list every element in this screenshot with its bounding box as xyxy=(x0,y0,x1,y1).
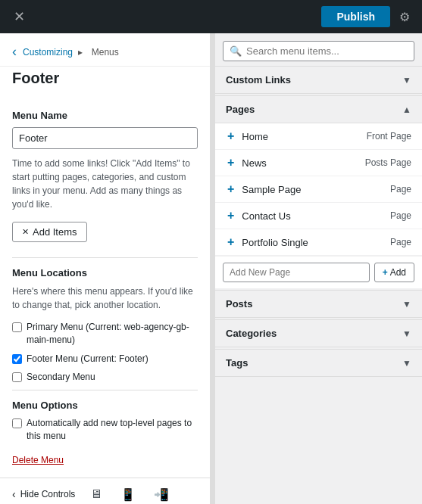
add-home-button[interactable]: + xyxy=(226,129,236,143)
secondary-menu-label: Secondary Menu xyxy=(27,371,95,384)
tablet-icon: 📱 xyxy=(120,488,136,501)
back-nav: ‹ Customizing ▸ Menus xyxy=(0,33,210,67)
categories-title: Categories xyxy=(226,328,277,339)
left-panel: ‹ Customizing ▸ Menus Footer Menu Name T… xyxy=(0,33,211,504)
primary-menu-label: Primary Menu (Current: web-agency-gb-mai… xyxy=(27,321,198,347)
breadcrumb-customizing-link[interactable]: Customizing xyxy=(23,47,73,58)
pages-header[interactable]: Pages ▲ xyxy=(215,95,422,123)
chevron-down-icon: ▼ xyxy=(402,328,411,339)
checkbox-footer: Footer Menu (Current: Footer) xyxy=(12,353,198,366)
secondary-menu-checkbox[interactable] xyxy=(12,372,22,382)
custom-links-section: Custom Links ▼ xyxy=(215,66,422,94)
add-contact-button[interactable]: + xyxy=(226,209,236,222)
menu-name-input[interactable] xyxy=(12,127,198,149)
checkbox-primary: Primary Menu (Current: web-agency-gb-mai… xyxy=(12,321,198,347)
back-button[interactable]: ‹ xyxy=(12,44,17,60)
plus-icon: + xyxy=(383,267,388,278)
pages-title: Pages xyxy=(226,104,255,115)
tags-section: Tags ▼ xyxy=(215,349,422,377)
main-layout: ‹ Customizing ▸ Menus Footer Menu Name T… xyxy=(0,33,422,504)
page-type: Posts Page xyxy=(365,157,411,168)
page-type: Front Page xyxy=(367,131,411,142)
auto-add-checkbox[interactable] xyxy=(12,418,22,428)
posts-section: Posts ▼ xyxy=(215,290,422,318)
tablet-icon-button[interactable]: 📱 xyxy=(117,486,139,503)
posts-title: Posts xyxy=(226,298,252,310)
page-name: Portfolio Single xyxy=(242,237,390,248)
add-news-button[interactable]: + xyxy=(226,156,236,170)
helper-text: Time to add some links! Click "Add Items… xyxy=(12,157,198,211)
list-item: + News Posts Page xyxy=(215,150,422,176)
mobile-icon-button[interactable]: 📲 xyxy=(151,486,172,503)
add-portfolio-button[interactable]: + xyxy=(226,235,236,249)
mobile-icon: 📲 xyxy=(154,488,169,501)
add-items-label: Add Items xyxy=(33,226,77,238)
tags-header[interactable]: Tags ▼ xyxy=(215,349,422,377)
breadcrumb-current: Menus xyxy=(92,47,119,58)
categories-section: Categories ▼ xyxy=(215,319,422,347)
add-items-button[interactable]: ✕ Add Items xyxy=(12,222,87,242)
gear-icon: ⚙ xyxy=(399,11,410,23)
desktop-icon: 🖥 xyxy=(90,487,102,500)
checkbox-secondary: Secondary Menu xyxy=(12,371,198,384)
panel-content: Menu Name Time to add some links! Click … xyxy=(0,98,210,478)
publish-button[interactable]: Publish xyxy=(321,6,390,27)
list-item: + Contact Us Page xyxy=(215,203,422,229)
page-name: Home xyxy=(242,131,366,142)
divider-2 xyxy=(12,390,198,390)
auto-add-row: Automatically add new top-level pages to… xyxy=(12,417,198,443)
desktop-icon-button[interactable]: 🖥 xyxy=(87,486,105,502)
gear-button[interactable]: ⚙ xyxy=(395,7,414,27)
menu-locations-desc: Here's where this menu appears. If you'd… xyxy=(12,285,198,312)
close-button[interactable]: ✕ xyxy=(8,5,31,28)
add-new-page-input[interactable] xyxy=(223,263,370,282)
tags-title: Tags xyxy=(226,357,248,369)
page-name: Contact Us xyxy=(242,210,390,222)
primary-menu-checkbox[interactable] xyxy=(12,322,22,332)
list-item: + Home Front Page xyxy=(215,123,422,150)
search-bar: 🔍 xyxy=(215,33,422,66)
search-wrapper: 🔍 xyxy=(223,41,414,61)
page-type: Page xyxy=(390,210,411,221)
categories-header[interactable]: Categories ▼ xyxy=(215,319,422,347)
divider-1 xyxy=(12,257,198,258)
pages-body: + Home Front Page + News Posts Page + Sa… xyxy=(215,123,422,288)
page-name: News xyxy=(242,157,364,169)
add-new-page-row: + Add xyxy=(215,256,422,288)
chevron-down-icon: ▼ xyxy=(402,358,411,369)
add-new-btn-label: Add xyxy=(390,267,406,278)
custom-links-title: Custom Links xyxy=(226,74,291,86)
footer-menu-checkbox[interactable] xyxy=(12,354,22,364)
search-icon: 🔍 xyxy=(230,45,242,57)
hide-controls-button[interactable]: ‹ Hide Controls xyxy=(12,488,75,500)
top-bar: ✕ Publish ⚙ xyxy=(0,0,422,33)
add-sample-page-button[interactable]: + xyxy=(226,182,236,196)
posts-header[interactable]: Posts ▼ xyxy=(215,290,422,318)
chevron-down-icon: ▼ xyxy=(402,299,411,310)
breadcrumb-separator: ▸ xyxy=(78,47,83,58)
right-panel: 🔍 Custom Links ▼ Pages ▲ + Home Front Pa… xyxy=(215,33,422,504)
page-type: Page xyxy=(390,237,411,247)
hide-controls-label: Hide Controls xyxy=(20,489,76,499)
list-item: + Sample Page Page xyxy=(215,176,422,203)
add-new-page-button[interactable]: + Add xyxy=(374,263,414,282)
bottom-bar: ‹ Hide Controls 🖥 📱 📲 xyxy=(0,478,210,504)
page-type: Page xyxy=(390,184,411,194)
chevron-left-icon: ‹ xyxy=(12,488,16,500)
list-item: + Portfolio Single Page xyxy=(215,229,422,256)
chevron-up-icon: ▲ xyxy=(402,104,411,115)
chevron-down-icon: ▼ xyxy=(402,75,411,86)
pages-section: Pages ▲ + Home Front Page + News Posts P… xyxy=(215,95,422,288)
menu-options-heading: Menu Options xyxy=(12,400,198,411)
menu-name-label: Menu Name xyxy=(12,110,198,121)
page-name: Sample Page xyxy=(242,184,390,195)
footer-menu-label: Footer Menu (Current: Footer) xyxy=(27,353,148,366)
auto-add-label: Automatically add new top-level pages to… xyxy=(27,417,198,443)
plus-icon: ✕ xyxy=(22,227,29,237)
breadcrumb: Customizing ▸ Menus xyxy=(23,47,122,58)
custom-links-header[interactable]: Custom Links ▼ xyxy=(215,66,422,94)
panel-title: Footer xyxy=(0,67,210,98)
menu-locations-heading: Menu Locations xyxy=(12,267,198,278)
delete-menu-button[interactable]: Delete Menu xyxy=(12,455,64,465)
search-input[interactable] xyxy=(246,45,408,57)
